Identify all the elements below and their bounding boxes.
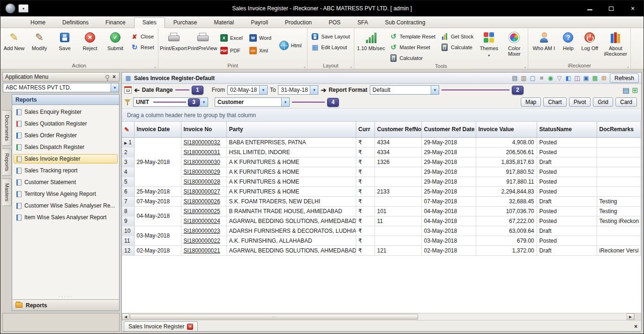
row-number[interactable]: 6	[122, 186, 134, 196]
pin-icon[interactable]	[105, 75, 109, 79]
invoice-no-link[interactable]: SI1800000023	[181, 226, 226, 236]
calculate-button[interactable]: Calculate	[439, 43, 476, 52]
themes-button[interactable]: Themes ▾	[477, 29, 501, 63]
submit-button[interactable]: ✓ Submit	[103, 29, 127, 62]
menu-tab-finance[interactable]: Finance	[97, 17, 134, 28]
arrow-right-icon[interactable]: ➔	[321, 87, 326, 93]
sidebar-item-sales-dispatch-register[interactable]: Sales Dispatch Register	[14, 142, 118, 152]
sidebar-item-item-wise-sales-analyser-report[interactable]: Item Wise Sales Analyser Report	[14, 213, 118, 222]
view-button-map[interactable]: Map	[521, 97, 541, 107]
invoice-no-link[interactable]: SI1800000029	[181, 167, 226, 177]
company-selector[interactable]: ABC MATRESS PVT LTD. ▼	[3, 83, 119, 92]
print-preview-icon[interactable]: ▥	[520, 74, 528, 82]
add-new-button[interactable]: ✎ Add New	[2, 29, 26, 62]
help-button[interactable]: ? Help	[559, 29, 577, 62]
row-number[interactable]: 3	[122, 157, 134, 167]
row-number[interactable]: 11	[122, 236, 134, 245]
tabbar-close-icon[interactable]: ×	[632, 323, 639, 331]
menu-tab-material[interactable]: Material	[205, 17, 242, 28]
column-header-statusname[interactable]: StatusName	[537, 122, 597, 137]
sidebar-item-customer-statement[interactable]: Customer Statement	[14, 178, 118, 187]
quick-access-dropdown[interactable]: ▾	[18, 4, 29, 13]
menu-tab-pos[interactable]: POS	[320, 17, 349, 28]
column-header-party[interactable]: Party	[226, 122, 356, 137]
html-button[interactable]: Html	[275, 29, 306, 62]
get-stock-button[interactable]: Get Stock	[439, 32, 476, 41]
column-header-curr[interactable]: Curr	[356, 122, 374, 137]
tab-close-icon[interactable]: ×	[187, 324, 193, 330]
column-header-customer-refno[interactable]: Customer RefNo	[374, 122, 421, 137]
menu-tab-sub-contracting[interactable]: Sub Contracting	[376, 17, 434, 28]
column-header-invoice-date[interactable]: Invoice Date	[134, 122, 181, 137]
sidebar-item-sales-invoice-register[interactable]: Sales Invoice Register	[14, 154, 118, 163]
close-button[interactable]: ✘ Close	[128, 32, 157, 41]
sidebar-tab-documents[interactable]: Documents	[2, 110, 12, 146]
scrollbar-thumb[interactable]: ⋯	[130, 314, 418, 319]
invoice-no-link[interactable]: SI1800000021	[181, 245, 226, 255]
invoice-no-link[interactable]: SI1800000024	[181, 216, 226, 226]
view-button-grid[interactable]: Grid	[593, 97, 613, 107]
list-resize-grip[interactable]	[12, 294, 119, 299]
calculator-button[interactable]: Calculator	[388, 53, 438, 63]
save-button[interactable]: Save	[52, 29, 77, 62]
sidebar-close-icon[interactable]: ×	[112, 74, 117, 80]
add-view-icon[interactable]: ⊞	[631, 86, 639, 94]
menu-tab-definitions[interactable]: Definitions	[54, 17, 97, 28]
from-date-picker[interactable]: 02-May-18 ▼	[227, 85, 268, 95]
scrollbar-track[interactable]: ⋯	[129, 313, 627, 320]
page-setup-icon[interactable]: ▢	[529, 74, 537, 82]
invoice-no-link[interactable]: SI1800000027	[181, 186, 226, 196]
refresh-button[interactable]: Refresh	[610, 74, 639, 83]
row-number[interactable]: 12	[122, 245, 134, 255]
scroll-left-icon[interactable]: ◀	[122, 313, 129, 320]
sidebar-item-sales-tracking-report[interactable]: Sales Tracking report	[14, 166, 118, 175]
dialog-launcher-icon[interactable]: ⌟	[154, 64, 156, 68]
sidebar-item-customer-wise-sales-analyser-re[interactable]: Customer Wise Sales Analyser Re...	[14, 201, 118, 210]
invoice-no-link[interactable]: SI1800000026	[181, 196, 226, 206]
export-icon[interactable]: ▤	[622, 86, 630, 94]
row-number[interactable]: ▶1	[122, 137, 134, 147]
invoice-no-link[interactable]: SI1800000028	[181, 177, 226, 186]
sidebar-item-sales-order-register[interactable]: Sales Order Register	[14, 131, 118, 140]
minimize-button[interactable]	[579, 0, 600, 16]
word-button[interactable]: W Word	[247, 33, 274, 43]
customer-select[interactable]: Customer ▼	[215, 97, 290, 107]
save-view-icon[interactable]: ▣	[582, 74, 590, 82]
menu-tab-sales[interactable]: Sales	[134, 17, 165, 28]
expand-all-icon[interactable]: ◉	[547, 74, 554, 82]
print-export-button[interactable]: Print/Export	[160, 29, 187, 62]
about-ireckoner-button[interactable]: About iReckoner	[602, 29, 629, 62]
tab-sales-invoice-register[interactable]: Sales Invoice Register ×	[124, 321, 198, 331]
dialog-launcher-icon[interactable]: ⌟	[350, 64, 352, 68]
close-window-button[interactable]: ×	[622, 0, 644, 16]
print-preview-button[interactable]: PrintPreView	[188, 29, 217, 62]
column-header-customer-ref-date[interactable]: Customer Ref Date	[421, 122, 476, 137]
who-am-i-button[interactable]: Who AM I	[530, 29, 558, 62]
sidebar-item-sales-quotation-register[interactable]: Sales Quotation Register	[14, 119, 118, 128]
xml-button[interactable]: </> Xml	[247, 46, 274, 55]
row-number[interactable]: 8	[122, 206, 134, 216]
view-button-chart[interactable]: Chart	[543, 97, 566, 107]
invoice-no-link[interactable]: SI1800000032	[181, 137, 226, 147]
calendar-icon[interactable]: 12	[124, 86, 132, 94]
row-number[interactable]: 9	[122, 216, 134, 226]
report-format-select[interactable]: Default ▼	[370, 85, 439, 95]
maximize-button[interactable]	[600, 0, 622, 16]
chart-view-icon[interactable]: ◧	[564, 74, 572, 82]
row-number[interactable]: 2	[122, 147, 134, 157]
columns-icon[interactable]: ▦	[591, 74, 599, 82]
save-layout-button[interactable]: Save Layout	[309, 32, 352, 41]
row-number[interactable]: 5	[122, 177, 134, 186]
sidebar-item-territory-wise-ageing-report[interactable]: Territory Wise Ageing Report	[14, 189, 118, 199]
group-list-icon[interactable]: ≡	[538, 74, 546, 82]
invoice-no-link[interactable]: SI1800000031	[181, 147, 226, 157]
invoice-no-link[interactable]: SI1800000025	[181, 206, 226, 216]
view-button-card[interactable]: Card	[615, 97, 637, 107]
horizontal-scrollbar[interactable]: ◀ ⋯ ▶	[122, 313, 641, 320]
excel-button[interactable]: X Excel	[218, 33, 246, 43]
dialog-launcher-icon[interactable]: ⌟	[627, 64, 629, 68]
menu-tab-home[interactable]: Home	[22, 17, 54, 28]
bandwidth-button[interactable]: 1.10 Mb/sec	[356, 29, 387, 63]
dialog-launcher-icon[interactable]: ⌟	[303, 64, 305, 68]
row-number[interactable]: 10	[122, 226, 134, 236]
